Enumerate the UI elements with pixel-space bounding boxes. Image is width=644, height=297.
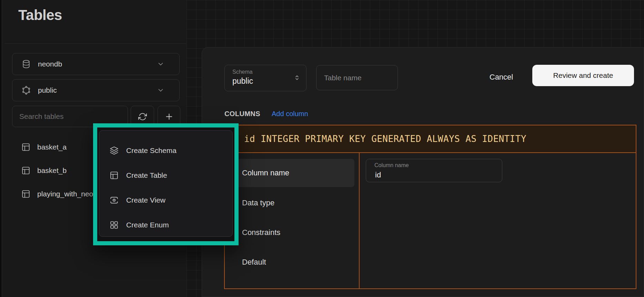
table-name: basket_b: [37, 166, 67, 175]
menu-item-create-table[interactable]: Create Table: [99, 163, 232, 188]
column-name-field-label: Column name: [374, 162, 409, 168]
nav-item-label: Default: [242, 258, 266, 267]
database-selector-value: neondb: [38, 60, 62, 68]
column-sql-text: id INTEGER PRIMARY KEY GENERATED ALWAYS …: [244, 134, 526, 144]
cancel-button[interactable]: Cancel: [480, 68, 523, 86]
menu-item-create-enum[interactable]: Create Enum: [99, 213, 232, 237]
menu-item-label: Create Enum: [126, 221, 169, 229]
table-icon: [21, 143, 30, 152]
tables-page: Tables neondb: [0, 0, 644, 297]
database-icon: [22, 60, 31, 69]
column-name-field: Column name: [366, 159, 502, 182]
create-menu-highlight: Create Schema Create Table: [93, 123, 239, 245]
nav-item-label: Constraints: [242, 228, 280, 237]
column-name-input[interactable]: [374, 170, 492, 180]
add-column-link[interactable]: Add column: [272, 110, 308, 118]
layers-icon: [110, 146, 119, 155]
schema-field-value: public: [232, 76, 253, 86]
table-icon: [21, 166, 30, 175]
menu-item-create-schema[interactable]: Create Schema: [99, 138, 232, 163]
table-icon: [21, 190, 30, 198]
database-selector[interactable]: neondb: [12, 53, 180, 75]
column-editor-panel: id INTEGER PRIMARY KEY GENERATED ALWAYS …: [224, 125, 636, 289]
schema-selector-value: public: [38, 86, 57, 94]
drawer-schema-select[interactable]: Schema public: [224, 65, 306, 91]
nav-item-label: Column name: [242, 168, 289, 177]
create-table-drawer: Schema public Cancel Review and create C…: [202, 47, 644, 297]
menu-item-label: Create Schema: [126, 146, 177, 155]
columns-heading: COLUMNS: [224, 110, 260, 118]
column-detail-pane: Column name: [360, 153, 636, 288]
menu-item-create-view[interactable]: Create View: [99, 188, 232, 213]
chevron-down-icon: [157, 60, 164, 68]
plus-icon: [164, 112, 174, 121]
table-name-input[interactable]: [323, 73, 391, 82]
column-sql-row[interactable]: id INTEGER PRIMARY KEY GENERATED ALWAYS …: [225, 125, 636, 153]
search-tables-input[interactable]: [19, 112, 121, 121]
chevron-updown-icon: [293, 74, 301, 81]
nav-item-data-type[interactable]: Data type: [230, 193, 354, 213]
enum-icon: [110, 221, 119, 229]
menu-item-label: Create Table: [126, 171, 167, 180]
schema-icon: [22, 86, 31, 95]
nav-item-default[interactable]: Default: [230, 253, 354, 272]
nav-item-constraints[interactable]: Constraints: [230, 223, 354, 242]
table-name: playing_with_neon: [37, 190, 97, 198]
schema-field-label: Schema: [232, 69, 253, 75]
table-name: basket_a: [37, 143, 67, 151]
view-icon: [110, 196, 119, 205]
chevron-down-icon: [157, 86, 164, 94]
schema-selector[interactable]: public: [12, 79, 180, 101]
nav-item-label: Data type: [242, 198, 274, 207]
sidebar-divider: [4, 43, 186, 44]
review-and-create-button[interactable]: Review and create: [532, 65, 634, 86]
table-name-field: [316, 65, 398, 90]
column-settings-nav: Column name Data type Constraints Defaul…: [225, 153, 360, 288]
column-editor-body: Column name Data type Constraints Defaul…: [225, 153, 636, 288]
refresh-icon: [138, 112, 147, 121]
table-icon: [110, 171, 119, 180]
menu-item-label: Create View: [126, 196, 165, 204]
nav-item-column-name[interactable]: Column name: [230, 159, 354, 187]
create-menu: Create Schema Create Table: [99, 130, 233, 237]
page-title: Tables: [18, 7, 62, 23]
